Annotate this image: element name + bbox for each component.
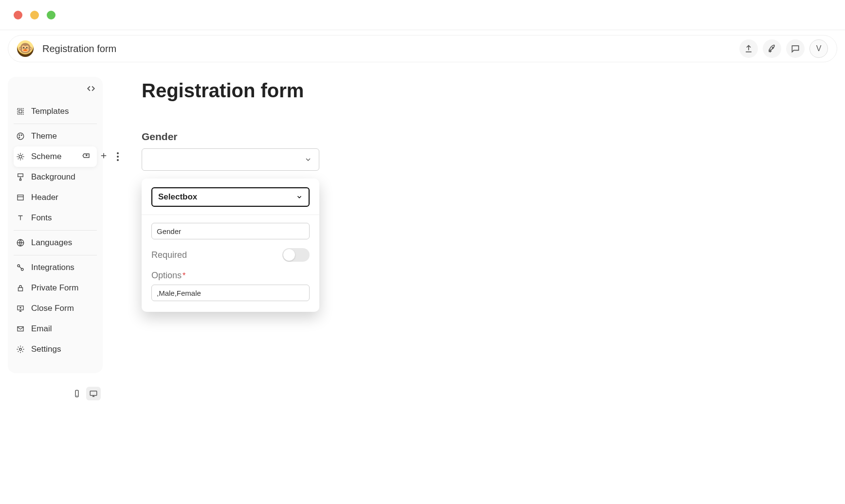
svg-rect-14	[18, 288, 23, 291]
svg-point-0	[772, 47, 773, 49]
sidebar-item-templates[interactable]: Templates	[14, 101, 97, 122]
sidebar-item-label: Theme	[31, 131, 57, 141]
app-logo	[17, 40, 34, 57]
page-title: Registration form	[42, 43, 116, 54]
sidebar-item-label: Private Form	[31, 283, 78, 293]
svg-point-5	[21, 135, 22, 136]
options-label: Options	[151, 270, 182, 280]
sidebar-item-label: Fonts	[31, 213, 52, 223]
field-name-input[interactable]: Gender	[151, 223, 310, 239]
sidebar-item-label: Scheme	[31, 152, 61, 162]
sidebar-item-label: Languages	[31, 238, 72, 248]
form-title: Registration form	[142, 80, 580, 102]
paint-icon	[16, 172, 25, 182]
sidebar-item-integrations[interactable]: Integrations	[14, 257, 97, 278]
gear-icon	[16, 344, 25, 354]
options-input[interactable]: ,Male,Female	[151, 285, 310, 301]
chevron-down-icon	[296, 194, 303, 200]
sidebar-item-languages[interactable]: Languages	[14, 233, 97, 253]
code-icon	[87, 84, 95, 93]
sidebar-item-label: Integrations	[31, 263, 74, 272]
required-indicator: *	[183, 271, 185, 280]
top-bar: Registration form V	[8, 35, 837, 62]
upload-button[interactable]	[739, 39, 758, 58]
monitor-x-icon	[16, 304, 25, 313]
mail-icon	[16, 324, 25, 334]
svg-rect-8	[18, 174, 23, 177]
templates-icon	[16, 107, 25, 116]
gender-select[interactable]	[142, 148, 319, 171]
field-type-value: Selectbox	[158, 192, 197, 202]
field-config-panel: Selectbox Gender Required Options* ,Male…	[142, 179, 319, 312]
form-canvas: Registration form Gender Selectbox Gende…	[142, 77, 580, 400]
sidebar-item-label: Close Form	[31, 304, 74, 313]
chevron-down-icon	[304, 156, 312, 163]
globe-icon	[16, 238, 25, 248]
sidebar-item-header[interactable]: Header	[14, 187, 97, 208]
chat-icon	[790, 44, 800, 54]
sidebar-item-label: Settings	[31, 344, 61, 354]
upload-icon	[744, 44, 753, 54]
delete-button[interactable]	[82, 151, 91, 162]
add-button[interactable]	[99, 151, 108, 162]
lock-icon	[16, 283, 25, 293]
sidebar-item-email[interactable]: Email	[14, 319, 97, 339]
window-titlebar	[0, 0, 845, 30]
svg-point-7	[19, 155, 22, 158]
sidebar-item-private-form[interactable]: Private Form	[14, 278, 97, 298]
device-switcher	[8, 387, 103, 400]
layout-icon	[16, 193, 25, 202]
svg-point-3	[17, 133, 24, 140]
field-label: Gender	[142, 131, 580, 143]
sidebar-item-fonts[interactable]: Fonts	[14, 208, 97, 228]
svg-rect-19	[90, 391, 97, 396]
window-minimize-button[interactable]	[30, 11, 39, 19]
mobile-preview-button[interactable]	[70, 387, 84, 400]
svg-point-17	[19, 348, 22, 351]
desktop-preview-button[interactable]	[86, 387, 101, 400]
text-icon	[16, 213, 25, 223]
code-toggle-button[interactable]	[86, 84, 96, 93]
window-maximize-button[interactable]	[47, 11, 55, 19]
sidebar-item-background[interactable]: Background	[14, 167, 97, 187]
field-type-select[interactable]: Selectbox	[151, 187, 310, 207]
palette-icon	[16, 131, 25, 141]
sidebar-item-settings[interactable]: Settings	[14, 339, 97, 360]
sidebar-item-label: Email	[31, 324, 52, 334]
comments-button[interactable]	[786, 39, 805, 58]
sidebar-item-close-form[interactable]: Close Form	[14, 298, 97, 319]
svg-rect-9	[20, 179, 21, 180]
required-label: Required	[151, 250, 187, 260]
more-button[interactable]	[117, 152, 119, 161]
svg-rect-10	[18, 195, 23, 200]
sidebar-item-theme[interactable]: Theme	[14, 126, 97, 146]
sidebar-item-label: Templates	[31, 107, 69, 116]
publish-button[interactable]	[763, 39, 781, 58]
svg-rect-2	[19, 110, 22, 113]
rocket-icon	[767, 44, 777, 54]
svg-point-4	[19, 135, 20, 136]
integration-icon	[16, 263, 25, 272]
sidebar-item-scheme[interactable]: Scheme	[14, 146, 97, 167]
svg-point-6	[19, 137, 20, 138]
required-toggle[interactable]	[282, 248, 310, 262]
sidebar-item-label: Header	[31, 193, 58, 202]
svg-rect-1	[18, 108, 23, 114]
user-avatar[interactable]: V	[809, 39, 828, 58]
sun-icon	[16, 152, 25, 162]
window-close-button[interactable]	[14, 11, 22, 19]
sidebar-item-label: Background	[31, 172, 75, 182]
scheme-actions	[77, 146, 124, 167]
sidebar: Templates Theme Scheme Background	[8, 77, 103, 373]
